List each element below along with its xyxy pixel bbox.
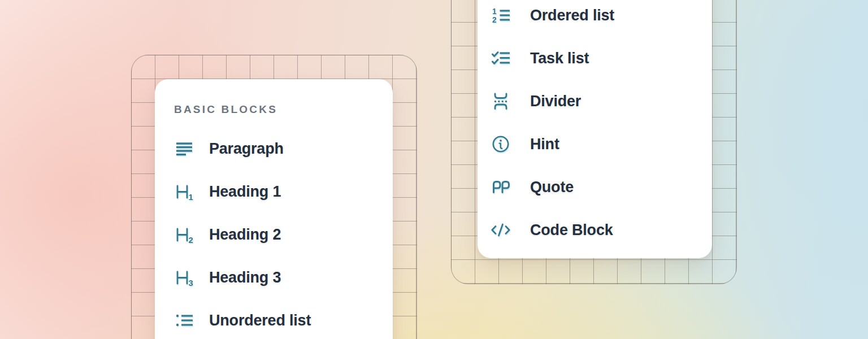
heading-3-icon: 3 [174,267,194,288]
menu-item-heading-1[interactable]: 1 Heading 1 [174,170,393,213]
hint-info-icon [491,134,511,154]
menu-item-label: Code Block [530,223,613,238]
menu-item-label: Heading 3 [209,270,281,285]
svg-text:2: 2 [189,235,193,245]
divider-icon [491,91,511,111]
menu-item-label: Divider [530,94,581,109]
menu-item-divider[interactable]: Divider [491,80,712,123]
blocks-menu-card-right: 1 2 Ordered list Task list [478,0,712,258]
paragraph-icon [174,138,194,159]
svg-text:3: 3 [189,278,193,288]
menu-item-label: Task list [530,51,589,66]
menu-item-label: Heading 2 [209,227,281,242]
svg-text:1: 1 [189,192,193,202]
ordered-list-icon: 1 2 [491,5,511,25]
menu-item-label: Unordered list [209,313,311,328]
heading-2-icon: 2 [174,224,194,245]
svg-text:1: 1 [492,7,497,16]
quote-icon [491,177,511,197]
code-block-icon [491,220,511,240]
menu-item-label: Hint [530,137,559,152]
page-background: BASIC BLOCKS Paragraph 1 Heading 1 [0,0,868,339]
menu-item-label: Ordered list [530,8,614,23]
menu-item-label: Quote [530,180,574,195]
menu-item-code-block[interactable]: Code Block [491,208,712,251]
menu-item-hint[interactable]: Hint [491,123,712,166]
menu-item-label: Heading 1 [209,184,281,199]
menu-item-ordered-list[interactable]: 1 2 Ordered list [491,0,712,37]
unordered-list-icon [174,310,194,331]
section-label: BASIC BLOCKS [174,104,393,115]
menu-item-paragraph[interactable]: Paragraph [174,127,393,170]
menu-item-quote[interactable]: Quote [491,166,712,208]
menu-item-heading-2[interactable]: 2 Heading 2 [174,213,393,256]
task-list-icon [491,48,511,68]
menu-item-task-list[interactable]: Task list [491,37,712,80]
menu-item-label: Paragraph [209,141,284,157]
menu-item-unordered-list[interactable]: Unordered list [174,299,393,339]
heading-1-icon: 1 [174,181,194,202]
menu-item-heading-3[interactable]: 3 Heading 3 [174,256,393,299]
svg-text:2: 2 [492,15,497,24]
basic-blocks-menu-card: BASIC BLOCKS Paragraph 1 Heading 1 [155,79,393,339]
